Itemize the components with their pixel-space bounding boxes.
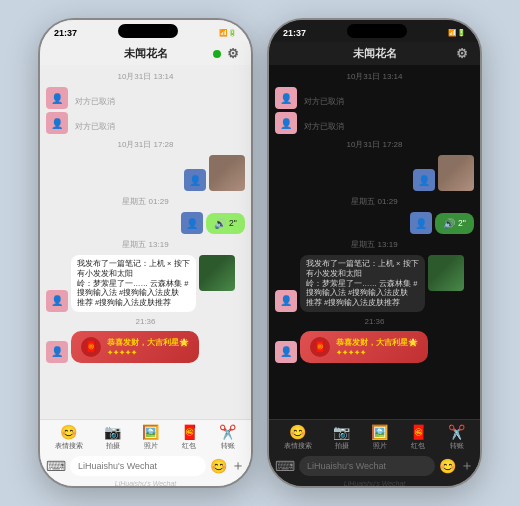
packet-icon: 🧧: [310, 337, 330, 357]
avatar: 👤: [275, 87, 297, 109]
date-label: 10月31日 13:14: [46, 71, 245, 82]
text-bubble: 我发布了一篇笔记：上机 × 按下 有小发发和太阳 岭：梦萦星了一…… 云森林集 …: [300, 255, 425, 312]
toolbar-item-转账[interactable]: ✂️转账: [219, 424, 236, 451]
audio-wave-icon: 🔊: [214, 217, 226, 230]
toolbar-icon: 🧧: [181, 424, 198, 440]
add-icon[interactable]: ＋: [460, 457, 474, 475]
gear-icon[interactable]: ⚙: [227, 46, 239, 61]
chat-input-row: ⌨ 😊 ＋: [269, 453, 480, 479]
date-label: 10月31日 13:14: [275, 71, 474, 82]
message-row: 👤 🧧 恭喜发财，大吉利星🌟 ✦✦✦✦✦: [46, 331, 245, 363]
avatar: 👤: [46, 112, 68, 134]
date-label: 星期五 13:19: [275, 239, 474, 250]
toolbar-label: 表情搜索: [55, 441, 83, 451]
toolbar-item-照片[interactable]: 🖼️照片: [142, 424, 159, 451]
toolbar-label: 表情搜索: [284, 441, 312, 451]
toolbar-item-照片[interactable]: 🖼️照片: [371, 424, 388, 451]
toolbar-item-表情搜索[interactable]: 😊表情搜索: [55, 424, 83, 451]
keyboard-icon[interactable]: ⌨: [275, 458, 295, 474]
dynamic-island: [347, 24, 407, 38]
toolbar-item-拍摄[interactable]: 📷拍摄: [333, 424, 350, 451]
avatar: 👤: [46, 290, 68, 312]
toolbar-item-表情搜索[interactable]: 😊表情搜索: [284, 424, 312, 451]
toolbar-label: 拍摄: [335, 441, 349, 451]
add-icon[interactable]: ＋: [231, 457, 245, 475]
date-label: 星期五 13:19: [46, 239, 245, 250]
long-msg-wrapper: 我发布了一篇笔记：上机 × 按下 有小发发和太阳 岭：梦萦星了一…… 云森林集 …: [300, 255, 464, 312]
time-display: 21:37: [283, 28, 306, 38]
message-row: 👤: [46, 155, 245, 191]
avatar: 👤: [184, 169, 206, 191]
revoked-bubble: 对方已取消: [71, 120, 119, 134]
packet-text: 恭喜发财，大吉利星🌟 ✦✦✦✦✦: [107, 337, 189, 357]
date-label: 星期五 01:29: [275, 196, 474, 207]
chat-toolbar: 😊表情搜索📷拍摄🖼️照片🧧红包✂️转账: [269, 419, 480, 453]
audio-bubble[interactable]: 🔊2'': [435, 213, 474, 234]
date-label: 10月31日 17:28: [46, 139, 245, 150]
avatar: 👤: [46, 87, 68, 109]
phone-light: 21:37 📶🔋 未闻花名 ⚙ 10月31日 13:14👤对方已取消👤对方已取消…: [38, 18, 253, 488]
emoji-icon[interactable]: 😊: [439, 458, 456, 474]
avatar: 👤: [410, 212, 432, 234]
status-bar: 21:37 📶🔋: [269, 20, 480, 42]
watermark: LiHuaishu's Wechat: [269, 479, 480, 488]
message-row: 🔊2''👤: [46, 212, 245, 234]
message-row: 👤对方已取消: [46, 112, 245, 134]
avatar: 👤: [46, 341, 68, 363]
message-row: 👤: [275, 155, 474, 191]
toolbar-item-红包[interactable]: 🧧红包: [410, 424, 427, 451]
revoked-bubble: 对方已取消: [300, 95, 348, 109]
image-bubble[interactable]: [438, 155, 474, 191]
toolbar-icon: ✂️: [448, 424, 465, 440]
message-row: 👤 🧧 恭喜发财，大吉利星🌟 ✦✦✦✦✦: [275, 331, 474, 363]
date-label: 星期五 01:29: [46, 196, 245, 207]
online-indicator: [213, 50, 221, 58]
time-display: 21:37: [54, 28, 77, 38]
image-bubble[interactable]: [209, 155, 245, 191]
avatar: 👤: [413, 169, 435, 191]
audio-wave-icon: 🔊: [443, 217, 455, 230]
red-packet[interactable]: 🧧 恭喜发财，大吉利星🌟 ✦✦✦✦✦: [300, 331, 428, 363]
status-bar: 21:37 📶🔋: [40, 20, 251, 42]
date-label: 10月31日 17:28: [275, 139, 474, 150]
toolbar-icon: 😊: [289, 424, 306, 440]
chat-title: 未闻花名: [124, 46, 168, 61]
chat-body: 10月31日 13:14👤对方已取消👤对方已取消10月31日 17:28👤星期五…: [40, 65, 251, 419]
text-bubble: 我发布了一篇笔记：上机 × 按下 有小发发和太阳 岭：梦萦星了一…… 云森林集 …: [71, 255, 196, 312]
toolbar-label: 转账: [221, 441, 235, 451]
chat-header: 未闻花名 ⚙: [40, 42, 251, 65]
toolbar-item-拍摄[interactable]: 📷拍摄: [104, 424, 121, 451]
gear-icon[interactable]: ⚙: [456, 46, 468, 61]
message-row: 🔊2''👤: [275, 212, 474, 234]
audio-duration: 2'': [229, 218, 237, 229]
emoji-icon[interactable]: 😊: [210, 458, 227, 474]
keyboard-icon[interactable]: ⌨: [46, 458, 66, 474]
dynamic-island: [118, 24, 178, 38]
toolbar-label: 转账: [450, 441, 464, 451]
chat-input[interactable]: [70, 456, 206, 476]
toolbar-item-转账[interactable]: ✂️转账: [448, 424, 465, 451]
stars: ✦✦✦✦✦: [107, 349, 189, 357]
toolbar-label: 红包: [182, 441, 196, 451]
audio-bubble[interactable]: 🔊2'': [206, 213, 245, 234]
status-icons: 📶🔋: [448, 29, 466, 37]
red-packet[interactable]: 🧧 恭喜发财，大吉利星🌟 ✦✦✦✦✦: [71, 331, 199, 363]
avatar: 👤: [275, 341, 297, 363]
toolbar-icon: 📷: [333, 424, 350, 440]
avatar: 👤: [275, 290, 297, 312]
message-row: 👤我发布了一篇笔记：上机 × 按下 有小发发和太阳 岭：梦萦星了一…… 云森林集…: [275, 255, 474, 312]
message-row: 👤我发布了一篇笔记：上机 × 按下 有小发发和太阳 岭：梦萦星了一…… 云森林集…: [46, 255, 245, 312]
chat-input[interactable]: [299, 456, 435, 476]
packet-text: 恭喜发财，大吉利星🌟 ✦✦✦✦✦: [336, 337, 418, 357]
message-row: 👤对方已取消: [275, 87, 474, 109]
chat-body: 10月31日 13:14👤对方已取消👤对方已取消10月31日 17:28👤星期五…: [269, 65, 480, 419]
phone-dark: 21:37 📶🔋 未闻花名 ⚙ 10月31日 13:14👤对方已取消👤对方已取消…: [267, 18, 482, 488]
inline-thumbnail: [199, 255, 235, 291]
toolbar-icon: 📷: [104, 424, 121, 440]
avatar: 👤: [181, 212, 203, 234]
toolbar-icon: 🖼️: [142, 424, 159, 440]
date-label: 21:36: [275, 317, 474, 326]
toolbar-label: 照片: [144, 441, 158, 451]
toolbar-item-红包[interactable]: 🧧红包: [181, 424, 198, 451]
toolbar-label: 拍摄: [106, 441, 120, 451]
